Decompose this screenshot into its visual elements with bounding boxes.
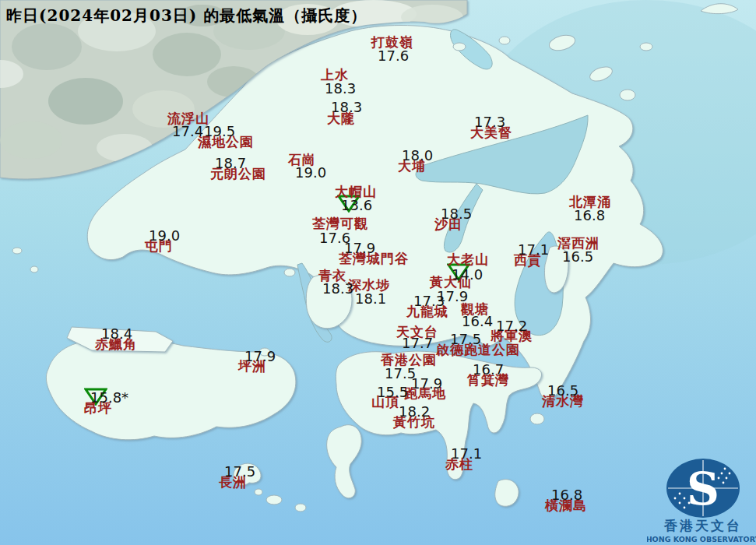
min-temperature-map: 昨日(2024年02月03日) 的最低氣溫（攝氏度） 17.6打鼓嶺18.3上水… bbox=[0, 0, 756, 545]
station-value: 17.7 bbox=[402, 336, 433, 350]
station-value: 16.7 bbox=[473, 363, 504, 377]
station-value: 19.0 bbox=[295, 166, 326, 180]
station-value: 16.5 bbox=[547, 384, 578, 398]
station-value: 18.2 bbox=[399, 405, 430, 419]
station-value: 17.5 bbox=[224, 465, 255, 479]
station-value: 18.1 bbox=[355, 292, 386, 306]
station-value: 17.9 bbox=[244, 350, 276, 364]
station-value: 18.3 bbox=[322, 282, 353, 296]
station-value: 18.7 bbox=[215, 156, 246, 171]
station-value: 18.5 bbox=[441, 207, 472, 221]
station-value: 15.5 bbox=[377, 385, 408, 399]
station-value: 19.0 bbox=[149, 229, 180, 243]
station-value: 19.5 bbox=[204, 125, 235, 139]
logo-s-glyph: S bbox=[687, 462, 719, 515]
stations-layer: 17.6打鼓嶺18.3上水18.3大隴17.4流浮山19.5濕地公園18.7元朗… bbox=[0, 0, 756, 545]
station-value: 17.1 bbox=[451, 447, 482, 461]
station-name: 大老山 bbox=[447, 253, 489, 266]
page-title: 昨日(2024年02月03日) 的最低氣溫（攝氏度） bbox=[6, 5, 367, 26]
hko-logo: S 香港天文台 HONG KONG OBSERVATORY bbox=[647, 452, 756, 545]
station-value: 18.3 bbox=[325, 82, 356, 96]
station-value: 14.0 bbox=[452, 268, 483, 282]
station-value: 18.3 bbox=[331, 100, 362, 114]
station-value: 18.4 bbox=[101, 327, 132, 341]
station-value: 17.3 bbox=[413, 294, 445, 308]
station-value: 17.9 bbox=[344, 241, 375, 255]
station-value: 17.9 bbox=[411, 377, 442, 391]
station-value: 17.5 bbox=[450, 332, 481, 346]
station-value: 16.4 bbox=[462, 315, 493, 329]
station-value: 16.5 bbox=[562, 250, 593, 264]
station-value: 17.1 bbox=[518, 243, 549, 257]
logo-chinese-name: 香港天文台 bbox=[663, 518, 742, 533]
station-value: 17.4 bbox=[172, 125, 203, 139]
logo-english-name: HONG KONG OBSERVATORY bbox=[647, 535, 756, 543]
station-value: 13.6 bbox=[341, 199, 372, 213]
station-name: 荃灣可觀 bbox=[312, 217, 368, 230]
station-value: 15.8* bbox=[90, 391, 128, 405]
station-value: 17.3 bbox=[474, 115, 505, 129]
station-value: 16.8 bbox=[574, 209, 605, 223]
station-value: 17.6 bbox=[378, 49, 409, 63]
station-value: 16.8 bbox=[551, 488, 582, 502]
station-value: 18.0 bbox=[402, 149, 433, 163]
station-value: 17.2 bbox=[496, 319, 527, 333]
